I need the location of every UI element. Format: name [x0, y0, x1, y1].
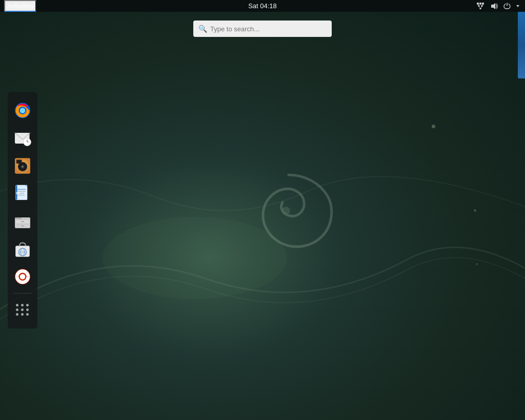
dock-divider	[13, 293, 32, 293]
decorative-dot-2	[474, 209, 476, 212]
svg-rect-38	[21, 221, 24, 222]
app-grid-dots	[16, 304, 29, 316]
panel-right	[475, 3, 521, 10]
svg-rect-4	[481, 5, 483, 7]
panel-clock: Sat 04:18	[248, 2, 277, 10]
search-bar: 🔍	[193, 21, 332, 37]
svg-rect-26	[16, 159, 22, 164]
svg-rect-30	[17, 189, 26, 190]
debian-swirl	[237, 165, 340, 267]
svg-rect-41	[16, 246, 30, 256]
svg-rect-1	[479, 3, 481, 5]
right-panel-thumbnail[interactable]	[518, 12, 525, 78]
svg-rect-0	[477, 3, 479, 5]
svg-rect-5	[480, 8, 481, 9]
svg-marker-11	[516, 5, 519, 7]
svg-point-25	[22, 166, 24, 167]
svg-line-7	[482, 5, 483, 5]
svg-rect-40	[21, 225, 24, 226]
dock-item-file-manager[interactable]	[10, 209, 35, 233]
decorative-dot-3	[476, 263, 478, 265]
dock-item-firefox[interactable]	[10, 98, 35, 123]
svg-line-9	[481, 7, 482, 8]
decorative-dot-1	[432, 125, 435, 128]
volume-icon[interactable]	[489, 3, 499, 10]
svg-point-16	[20, 108, 26, 113]
panel-left: Activities	[4, 0, 36, 12]
dock-item-app-grid[interactable]	[10, 297, 35, 322]
search-magnifier-icon: 🔍	[198, 25, 207, 33]
svg-point-50	[20, 274, 26, 279]
network-icon[interactable]	[475, 3, 486, 10]
power-icon[interactable]	[502, 3, 512, 10]
top-panel: Activities Sat 04:18	[0, 0, 525, 12]
svg-text:W: W	[16, 191, 20, 195]
dock: W	[8, 92, 37, 328]
svg-line-6	[478, 5, 479, 5]
search-input[interactable]	[210, 25, 313, 33]
svg-marker-10	[491, 3, 495, 9]
search-container: 🔍	[193, 21, 332, 37]
dock-item-evolution[interactable]	[10, 126, 35, 150]
dock-item-help[interactable]	[10, 264, 35, 289]
power-dropdown-arrow[interactable]	[515, 4, 521, 8]
dock-item-rhythmbox[interactable]	[10, 153, 35, 178]
svg-point-13	[282, 207, 290, 215]
dock-item-software-center[interactable]	[10, 236, 35, 261]
dock-item-libreoffice-writer[interactable]: W	[10, 181, 35, 206]
svg-rect-3	[478, 5, 480, 7]
activities-button[interactable]: Activities	[4, 0, 36, 12]
desktop	[0, 12, 525, 420]
svg-rect-2	[482, 3, 484, 5]
svg-line-8	[479, 7, 480, 8]
